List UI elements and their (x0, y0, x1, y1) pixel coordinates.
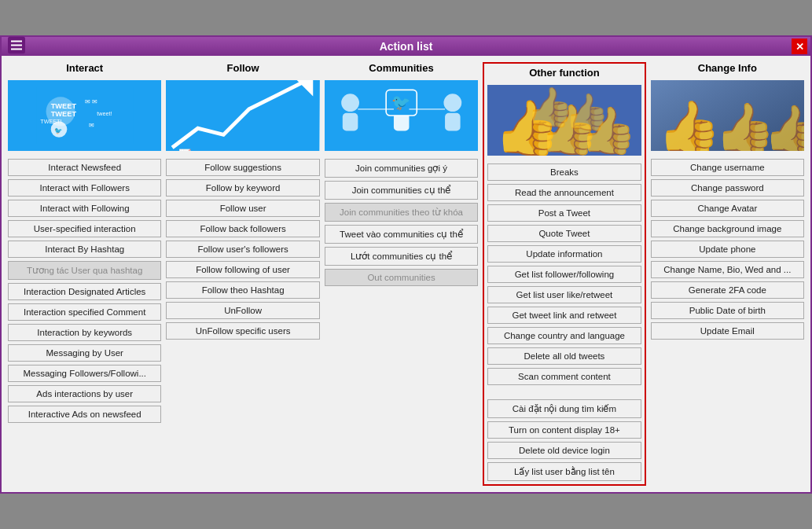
other-function-header: Other function (487, 67, 641, 79)
svg-text:TWEET: TWEET (50, 102, 76, 110)
btn-generate-2fa[interactable]: Generate 2FA code (651, 281, 804, 299)
btn-interact-newsfeed[interactable]: Interact Newsfeed (8, 159, 161, 176)
btn-read-announcement[interactable]: Read the announcement (487, 184, 641, 201)
btn-join-communities-tu-khoa[interactable]: Join communities theo từ khóa (325, 203, 478, 222)
svg-point-18 (341, 94, 359, 112)
other-function-image: 👍 👍 👍 👍 👍 (487, 85, 641, 156)
main-window: Action list ✕ Interact TWEET TWEET TWEET… (0, 35, 812, 494)
btn-follow-hashtag[interactable]: Follow theo Hashtag (166, 281, 319, 299)
svg-text:👍: 👍 (564, 90, 609, 134)
communities-column: Communities 🐦 (325, 62, 478, 486)
btn-cai-dat-noi-dung[interactable]: Cài đặt nội dung tìm kiếm (487, 399, 641, 418)
btn-messaging-followers[interactable]: Messaging Followers/Followi... (8, 365, 161, 382)
btn-unfollow-specific[interactable]: UnFollow specific users (166, 322, 319, 340)
btn-messaging-user[interactable]: Messaging by User (8, 344, 161, 362)
btn-tuong-tac-user[interactable]: Tương tác User qua hashtag (8, 261, 161, 280)
btn-unfollow[interactable]: UnFollow (166, 302, 319, 319)
btn-delete-device[interactable]: Delete old device login (487, 442, 641, 459)
follow-column: Follow 📈 Follow suggestions Follow by ke… (166, 62, 319, 486)
svg-text:✉: ✉ (89, 122, 94, 129)
btn-get-list-user-like[interactable]: Get list user like/retweet (487, 286, 641, 303)
btn-change-username[interactable]: Change username (651, 159, 804, 176)
btn-change-avatar[interactable]: Change Avatar (651, 200, 804, 217)
btn-follow-suggestions[interactable]: Follow suggestions (166, 159, 319, 176)
change-info-header: Change Info (651, 62, 804, 74)
btn-follow-user[interactable]: Follow user (166, 200, 319, 217)
btn-tweet-communities[interactable]: Tweet vào communities cụ thể (325, 225, 478, 244)
btn-follow-users-followers[interactable]: Follow user's followers (166, 241, 319, 258)
follow-image: 📈 (166, 80, 319, 151)
btn-interaction-keywords[interactable]: Interaction by keywords (8, 324, 161, 341)
btn-join-communities-goi-y[interactable]: Join communities gợi ý (325, 159, 478, 178)
change-info-image: 👍 👍 👍 (651, 80, 804, 151)
content-area: Interact TWEET TWEET TWEET! 🐦 ✉ ✉ tweet!… (2, 56, 810, 492)
svg-rect-19 (343, 113, 358, 131)
btn-change-country[interactable]: Change country and language (487, 327, 641, 344)
btn-get-tweet-link[interactable]: Get tweet link and retweet (487, 307, 641, 324)
interact-image: TWEET TWEET TWEET! 🐦 ✉ ✉ tweet! ✉ (8, 80, 161, 151)
btn-breaks[interactable]: Breaks (487, 163, 641, 181)
other-function-column: Other function 👍 👍 👍 👍 👍 Breaks Read the… (483, 62, 645, 486)
btn-update-email[interactable]: Update Email (651, 322, 804, 340)
btn-follow-back[interactable]: Follow back followers (166, 220, 319, 237)
btn-lay-list-user[interactable]: Lấy list user bằng list tên (487, 462, 641, 481)
btn-interactive-ads[interactable]: Interactive Ads on newsfeed (8, 406, 161, 423)
btn-quote-tweet[interactable]: Quote Tweet (487, 225, 641, 242)
btn-public-date[interactable]: Public Date of birth (651, 302, 804, 319)
btn-post-tweet[interactable]: Post a Tweet (487, 204, 641, 222)
btn-interaction-comment[interactable]: Interaction specified Comment (8, 303, 161, 321)
window-title: Action list (380, 40, 433, 53)
btn-interaction-designated[interactable]: Interaction Designated Articles (8, 283, 161, 300)
btn-turn-on-content[interactable]: Turn on content display 18+ (487, 421, 641, 439)
btn-interact-following[interactable]: Interact with Following (8, 200, 161, 217)
svg-text:✉ ✉: ✉ ✉ (85, 98, 97, 105)
interact-column: Interact TWEET TWEET TWEET! 🐦 ✉ ✉ tweet!… (8, 62, 161, 486)
btn-luot-communities[interactable]: Lướt communities cụ thể (325, 247, 478, 266)
svg-point-22 (443, 94, 461, 112)
svg-text:📈: 📈 (179, 148, 193, 151)
btn-follow-following[interactable]: Follow following of user (166, 261, 319, 278)
svg-text:👍: 👍 (657, 97, 722, 151)
svg-text:TWEET: TWEET (50, 110, 76, 118)
title-bar: Action list ✕ (2, 37, 810, 56)
svg-text:🐦: 🐦 (391, 93, 410, 112)
btn-join-communities-cu-the[interactable]: Join communities cụ thể (325, 181, 478, 200)
btn-update-information[interactable]: Update information (487, 245, 641, 263)
close-button[interactable]: ✕ (792, 39, 807, 54)
app-logo (8, 37, 25, 57)
svg-text:tweet!: tweet! (97, 110, 112, 117)
btn-user-specified-interaction[interactable]: User-specified interaction (8, 220, 161, 237)
btn-delete-old-tweets[interactable]: Delete all old tweets (487, 347, 641, 365)
change-info-column: Change Info 👍 👍 👍 Change username (651, 62, 804, 486)
svg-rect-23 (445, 113, 461, 131)
btn-follow-keyword[interactable]: Follow by keyword (166, 179, 319, 197)
communities-header: Communities (325, 62, 478, 74)
communities-image: 🐦 (325, 80, 478, 151)
btn-out-communities[interactable]: Out communities (325, 269, 478, 286)
follow-header: Follow (166, 62, 319, 74)
svg-text:🐦: 🐦 (54, 127, 63, 135)
interact-header: Interact (8, 62, 161, 74)
btn-update-phone[interactable]: Update phone (651, 241, 804, 258)
btn-interact-hashtag[interactable]: Interact By Hashtag (8, 241, 161, 258)
btn-get-list-follower[interactable]: Get list follower/following (487, 266, 641, 283)
btn-scan-comment[interactable]: Scan comment content (487, 368, 641, 385)
btn-interact-followers[interactable]: Interact with Followers (8, 179, 161, 197)
btn-ads-interactions[interactable]: Ads interactions by user (8, 385, 161, 402)
btn-change-background[interactable]: Change background image (651, 220, 804, 237)
svg-text:👍: 👍 (763, 101, 804, 151)
btn-change-password[interactable]: Change password (651, 179, 804, 197)
btn-change-name-bio[interactable]: Change Name, Bio, Wed and ... (651, 261, 804, 278)
